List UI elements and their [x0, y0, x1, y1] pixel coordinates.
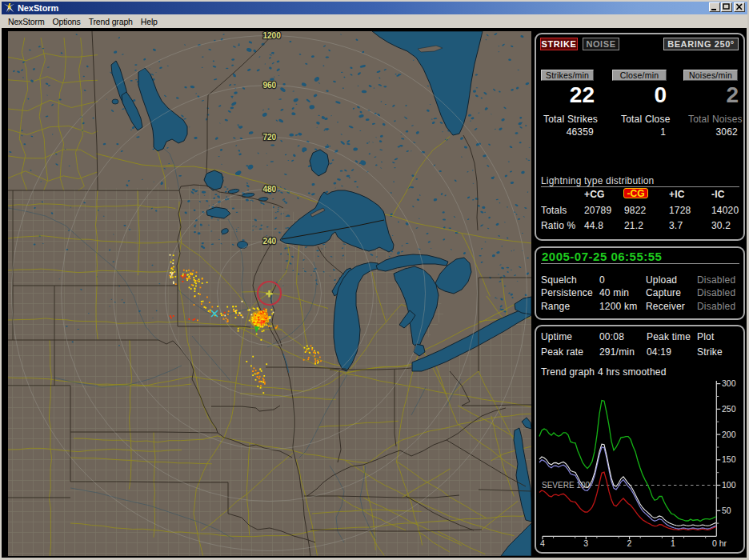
svg-text:4: 4	[540, 538, 545, 548]
svg-text:1200: 1200	[263, 31, 282, 40]
svg-text:720: 720	[263, 133, 277, 142]
svg-text:960: 960	[263, 81, 277, 90]
svg-text:0 hr: 0 hr	[712, 538, 727, 548]
svg-text:100: 100	[722, 480, 736, 490]
svg-text:300: 300	[722, 378, 736, 388]
svg-text:1: 1	[671, 538, 675, 548]
svg-text:240: 240	[263, 237, 277, 246]
svg-text:480: 480	[263, 185, 277, 194]
svg-text:200: 200	[722, 430, 736, 439]
svg-text:2: 2	[627, 538, 632, 548]
svg-text:250: 250	[722, 404, 736, 414]
svg-text:50: 50	[722, 506, 731, 515]
svg-text:150: 150	[722, 454, 736, 464]
svg-text:3: 3	[583, 538, 588, 548]
